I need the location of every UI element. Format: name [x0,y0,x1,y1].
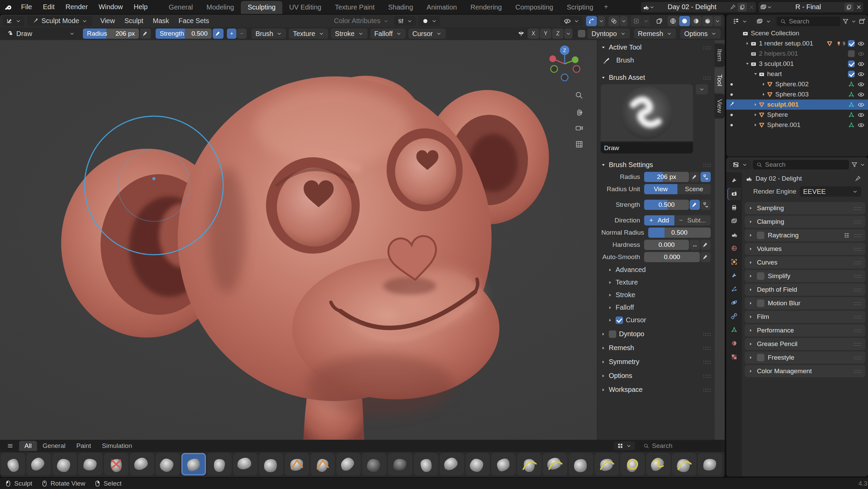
properties-tab-view-layer[interactable] [727,215,741,227]
overlays-toggle[interactable] [608,16,619,26]
shelf-search-input[interactable]: Search [640,441,721,451]
drag-dots-icon[interactable]: ::::: [854,234,862,237]
eye-icon[interactable] [857,40,865,47]
menu-face-sets[interactable]: Face Sets [174,17,214,25]
brush-thumbnail-14[interactable] [362,453,387,475]
color-attributes-dropdown[interactable]: Color Attributes [334,17,389,25]
pin-icon[interactable] [854,175,861,182]
new-collection-icon[interactable] [858,18,865,25]
overlays-dropdown[interactable] [620,16,627,26]
brush-thumbnail-8[interactable] [207,453,232,475]
brush-thumbnail-13[interactable] [336,453,361,475]
sidebar-tab-tool[interactable]: Tool [714,69,725,92]
dyntopo-checkbox[interactable] [609,330,616,338]
radius-slider[interactable]: Radius 206 px [83,29,139,39]
panel-dyntopo[interactable]: Dyntopo::::: [597,326,715,340]
expand-icon[interactable] [753,122,758,128]
properties-tab-world[interactable] [727,242,741,254]
subpanel-advanced[interactable]: Advanced [597,263,715,276]
collapse-icon[interactable] [745,61,750,67]
add-workspace-button[interactable]: + [600,1,612,14]
falloff-shape-dropdown[interactable] [419,16,440,26]
outliner-row-2-helpers-001[interactable]: 2 helpers.001 [726,49,868,59]
drag-dots-icon[interactable]: ::::: [703,361,711,363]
normal-radius-slider[interactable]: 0.500 [648,228,711,238]
stroke-dropdown[interactable]: Stroke [331,29,368,39]
strength-pressure-toggle[interactable] [690,200,700,210]
outliner-row-3-sculpt-001[interactable]: 3 sculpt.001 [726,59,868,69]
properties-tab-particles[interactable] [727,283,741,295]
hardness-pressure-toggle[interactable] [701,240,711,250]
direction-add-button[interactable]: + [227,29,236,39]
drag-dots-icon[interactable]: ::::: [854,288,862,291]
texture-dropdown[interactable]: Texture [289,29,328,39]
radius-slider[interactable]: 206 px [644,172,689,182]
subpanel-cursor[interactable]: Cursor [597,313,715,326]
workspace-tab-rendering[interactable]: Rendering [464,1,509,14]
panel-remesh[interactable]: Remesh::::: [597,340,715,354]
drag-dots-icon[interactable]: ::::: [703,76,711,79]
panel-performance[interactable]: Performance::::: [745,324,865,337]
brush-thumbnail-4[interactable] [104,453,128,475]
brush-tool-icon[interactable] [602,56,610,64]
workspace-tab-compositing[interactable]: Compositing [509,1,560,14]
panel-checkbox[interactable] [757,354,764,361]
menu-render[interactable]: Render [60,0,93,14]
expand-icon[interactable] [753,102,758,107]
panel-grease-pencil[interactable]: Grease Pencil::::: [745,338,865,350]
outliner-editor-type-dropdown[interactable] [729,17,751,26]
panel-motion-blur[interactable]: Motion Blur::::: [745,297,865,309]
radius-unit-scene-button[interactable]: Scene [677,184,711,194]
strength-slider[interactable]: 0.500 [644,200,689,210]
drag-dots-icon[interactable]: ::::: [854,329,862,332]
panel-film[interactable]: Film::::: [745,311,865,323]
workspace-tab-scripting[interactable]: Scripting [560,1,600,14]
outliner-row-sphere[interactable]: Sphere [726,110,868,120]
drag-dots-icon[interactable]: ::::: [854,302,862,305]
shelf-tab-all[interactable]: All [19,441,37,451]
subpanel-texture[interactable]: Texture [597,276,715,288]
brush-thumbnail-11[interactable] [285,453,309,475]
properties-tab-constraints[interactable] [727,310,741,322]
properties-tab-material[interactable] [727,337,741,349]
drag-dots-icon[interactable]: ::::: [854,220,862,223]
outliner-row-scene-collection[interactable]: Scene Collection [726,28,868,38]
eye-icon[interactable] [857,91,865,98]
brush-thumbnail-6[interactable] [156,453,180,475]
chevron-down-icon[interactable] [860,162,865,167]
collection-checkbox[interactable] [848,60,855,67]
outliner-row-sculpt-001[interactable]: sculpt.001 [726,99,868,110]
filter-icon[interactable] [851,161,858,168]
expand-icon[interactable] [761,82,766,87]
properties-tab-object[interactable] [727,256,741,268]
brush-thumbnail-7[interactable] [181,453,206,475]
brush-thumbnail-5[interactable] [130,453,154,475]
hardness-slider[interactable]: 0.000 [644,240,689,250]
sidebar-tab-item[interactable]: Item [714,43,725,67]
strength-pressure-toggle[interactable] [213,29,224,39]
drag-dots-icon[interactable]: ::::: [703,46,711,49]
auto-smooth-slider[interactable]: 0.000 [644,252,700,262]
panel-sampling[interactable]: Sampling::::: [745,202,865,214]
sidebar-tab-view[interactable]: View [714,94,725,119]
eye-icon[interactable] [857,71,865,78]
brush-thumbnail-1[interactable] [26,453,51,475]
brush-asset-panel-header[interactable]: Brush Asset ::::: [597,70,715,84]
brush-thumbnail-17[interactable] [440,453,464,475]
panel-workspace[interactable]: Workspace::::: [597,382,715,396]
camera-view-icon[interactable] [575,124,584,134]
dyntopo-dropdown[interactable]: Dyntopo [587,29,630,39]
drag-dots-icon[interactable]: ::::: [703,388,711,391]
brush-thumbnail-26[interactable] [672,453,696,475]
brush-asset-preview[interactable]: Draw [601,84,693,153]
brush-thumbnail-21[interactable] [543,453,567,475]
shelf-display-dropdown[interactable] [614,441,635,450]
workspace-tab-modeling[interactable]: Modeling [200,1,241,14]
drag-dots-icon[interactable]: ::::: [854,275,862,277]
scene-selector[interactable]: Day 02 - Delight [641,2,756,12]
collection-checkbox[interactable] [848,50,855,57]
brush-asset-dropdown[interactable] [696,84,708,94]
menu-file[interactable]: File [16,0,37,14]
remove-view-layer-icon[interactable] [856,4,862,10]
outliner-row-1-render-setup-001[interactable]: 1 render setup.0019 [726,38,868,49]
